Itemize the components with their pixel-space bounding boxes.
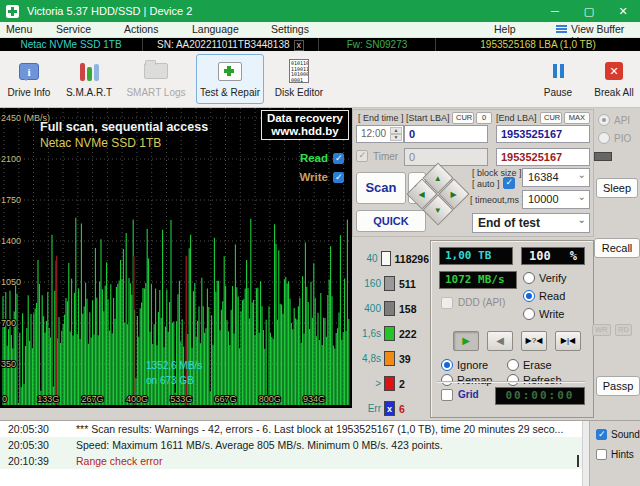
close-button[interactable]: ✕ <box>606 0 640 22</box>
back-button[interactable]: ◀ <box>487 331 513 351</box>
spinner-arrows-icon[interactable]: ▲▼ <box>390 127 402 141</box>
hints-option[interactable]: Hints <box>596 449 634 460</box>
sleep-button[interactable]: Sleep <box>596 178 638 198</box>
sound-option[interactable]: Sound <box>596 429 640 440</box>
pause-button[interactable]: Pause <box>536 54 580 104</box>
histogram-count: 511 <box>399 278 416 290</box>
end-lba-cur-button[interactable]: CUR <box>540 112 562 124</box>
radio-label: Read <box>539 290 565 302</box>
end-lba-max-button[interactable]: MAX <box>564 112 590 124</box>
radio-icon[interactable] <box>523 272 535 284</box>
step-button[interactable]: ▶|◀ <box>555 331 581 351</box>
timeout-select[interactable]: 10000 <box>522 190 590 209</box>
svg-text:1750: 1750 <box>1 195 21 205</box>
block-size-select[interactable]: 16384 <box>522 168 590 187</box>
serial-close-icon[interactable]: x <box>294 40 305 51</box>
victoria-window: Victoria 5.37 HDD/SSD | Device 2 ─ ▢ ✕ M… <box>0 0 640 486</box>
activity-led <box>594 152 612 161</box>
ddd-api-checkbox <box>441 297 453 309</box>
seek-error-button[interactable]: ▶?◀ <box>521 331 547 351</box>
log-scrollbar[interactable] <box>582 421 589 486</box>
write-checkbox[interactable] <box>333 172 344 183</box>
menu-item-help[interactable]: Help <box>494 23 516 35</box>
radio-ignore[interactable]: Ignore <box>441 359 488 371</box>
legend-write: Write <box>299 171 344 183</box>
radio-write[interactable]: Write <box>523 308 564 320</box>
radio-icon[interactable] <box>441 359 453 371</box>
menu-item-actions[interactable]: Actions <box>124 23 158 35</box>
radio-icon[interactable] <box>523 290 535 302</box>
graph-tooltip: 1352,6 MB/s on 673 GB <box>146 358 202 388</box>
histogram-bucket-label: 4,8s <box>355 353 381 364</box>
smart-logs-label: SMART Logs <box>125 87 187 98</box>
passp-button[interactable]: Passp <box>596 376 640 396</box>
read-checkbox[interactable] <box>333 153 344 164</box>
radio-erase[interactable]: Erase <box>507 359 552 371</box>
menu-item-service[interactable]: Service <box>56 23 91 35</box>
device-model-tab[interactable]: Netac NVMe SSD 1TB <box>0 38 143 51</box>
end-time-spinner[interactable]: 12:00 ▲▼ <box>356 125 404 143</box>
log-area[interactable]: 20:05:30*** Scan results: Warnings - 42,… <box>0 420 640 486</box>
auto-label: [ auto ] <box>472 179 500 189</box>
menu-item-language[interactable]: Language <box>192 23 239 35</box>
svg-text:133G: 133G <box>37 394 59 404</box>
drive-info-label: Drive Info <box>3 87 55 98</box>
radio-verify[interactable]: Verify <box>523 272 567 284</box>
log-rows: 20:05:30*** Scan results: Warnings - 42,… <box>0 421 640 469</box>
grid-checkbox[interactable] <box>441 389 453 401</box>
start-lba-cur-button[interactable]: CUR <box>452 112 474 124</box>
legend-write-label: Write <box>299 171 328 183</box>
radio-label: Verify <box>539 272 567 284</box>
auto-checkbox[interactable] <box>503 177 515 189</box>
log-message: *** Scan results: Warnings - 42, errors … <box>76 421 563 437</box>
end-lba-input[interactable]: 1953525167 <box>496 125 590 143</box>
histogram-color-block <box>384 326 395 341</box>
pause-label: Pause <box>537 87 579 98</box>
start-lba-zero-button[interactable]: 0 <box>476 112 492 124</box>
radio-icon[interactable] <box>441 374 453 386</box>
radio-remap[interactable]: Remap <box>441 374 492 386</box>
drive-info-button[interactable]: i Drive Info <box>2 54 56 104</box>
log-timestamp: 20:10:39 <box>8 453 49 469</box>
svg-text:934G: 934G <box>303 394 325 404</box>
menu-item-menu[interactable]: Menu <box>6 23 32 35</box>
pause-icon <box>553 64 564 78</box>
start-button[interactable]: ▶ <box>453 331 479 351</box>
radio-icon[interactable] <box>523 308 535 320</box>
menu-item-settings[interactable]: Settings <box>271 23 309 35</box>
maximize-button[interactable]: ▢ <box>572 0 606 22</box>
binary-document-icon: 010110 110011 101000 0001 <box>289 59 309 83</box>
test-repair-button[interactable]: Test & Repair <box>196 54 264 104</box>
svg-text:400G: 400G <box>126 394 148 404</box>
radio-icon[interactable] <box>507 359 519 371</box>
radio-read[interactable]: Read <box>523 290 565 302</box>
minimize-button[interactable]: ─ <box>538 0 572 22</box>
histogram-color-block <box>384 376 395 391</box>
disk-editor-button[interactable]: 010110 110011 101000 0001 Disk Editor <box>270 54 328 104</box>
log-timestamp: 20:05:30 <box>8 437 49 453</box>
radio-refresh[interactable]: Refresh <box>507 374 562 386</box>
histogram-bucket-label: 40 <box>355 253 378 264</box>
graph-subtitle: Netac NVMe SSD 1TB <box>40 136 161 150</box>
pio-radio-icon <box>598 132 610 144</box>
svg-text:2100: 2100 <box>1 154 21 164</box>
end-of-test-select[interactable]: End of test <box>472 213 590 233</box>
toolbar: i Drive Info S.M.A.R.T SMART Logs Test &… <box>0 51 640 108</box>
scan-button[interactable]: Scan <box>356 172 406 204</box>
radio-icon[interactable] <box>507 374 519 386</box>
sound-checkbox[interactable] <box>596 429 607 440</box>
device-bar: Netac NVMe SSD 1TB SN: AA202211011TB3448… <box>0 38 640 51</box>
break-all-button[interactable]: ✕ Break All <box>590 54 638 104</box>
hints-checkbox[interactable] <box>596 449 607 460</box>
start-lba-input[interactable]: 0 <box>404 125 488 143</box>
recall-button[interactable]: Recall <box>594 238 640 258</box>
smart-button[interactable]: S.M.A.R.T <box>62 54 116 104</box>
histogram-color-block <box>384 301 395 316</box>
log-side-panel: Sound Hints <box>589 421 640 486</box>
histogram-count: 2 <box>399 378 405 390</box>
histogram-count: 222 <box>399 328 417 340</box>
log-message: Range check error <box>76 453 162 469</box>
speed-graph[interactable]: 2450 (MB/s)21001750140010507003500133G26… <box>0 108 352 408</box>
log-timestamp: 20:05:30 <box>8 421 49 437</box>
histogram-bucket-label: 400 <box>355 303 381 314</box>
